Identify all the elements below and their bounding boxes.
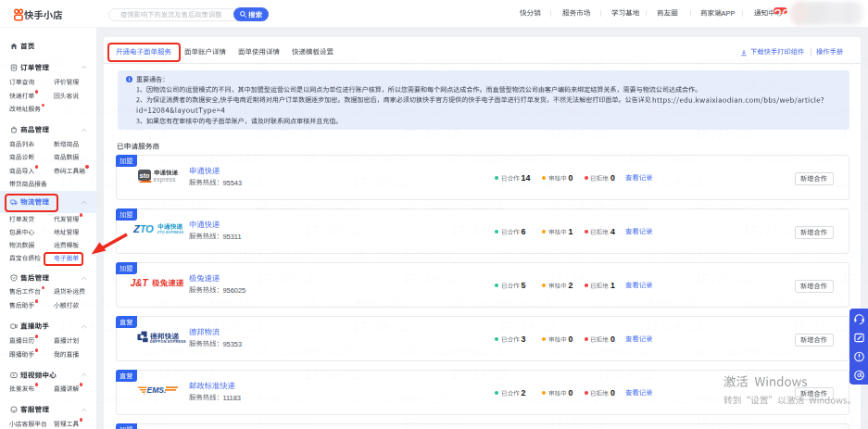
svg-text:EMS.: EMS. <box>146 385 166 395</box>
